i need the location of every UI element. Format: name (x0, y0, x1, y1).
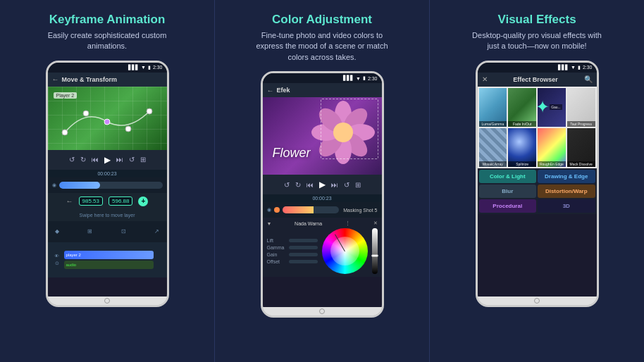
expand-icon[interactable]: ▼ (267, 221, 272, 226)
nav-icon-l[interactable]: ← (66, 197, 73, 205)
effect-thumb-7[interactable]: Mack Dissolve (567, 128, 595, 167)
effect-thumb-0[interactable]: Luma/Gamma (479, 88, 507, 127)
effect-thumb-6[interactable]: RoughEn Edge (538, 128, 566, 167)
loop-btn[interactable]: ↺ (129, 156, 135, 163)
panel-effects: Visual Effects Desktop-quality pro visua… (430, 0, 644, 362)
offset-slider-row: Offset (267, 259, 318, 264)
layer-strip-1[interactable]: player 2 (64, 251, 154, 259)
keyframe-svg (58, 94, 156, 143)
cat-color-light[interactable]: Color & Light (479, 170, 537, 183)
status-time-3: 2:30 (583, 65, 593, 70)
corner-icon[interactable]: ↗ (154, 228, 159, 235)
crop-icon[interactable]: ⊡ (121, 228, 126, 235)
color-wheel[interactable] (322, 228, 368, 274)
lift-label: Lift (267, 238, 287, 243)
home-button-2[interactable] (319, 308, 325, 314)
undo-btn-2[interactable]: ↺ (284, 181, 290, 189)
layer-strip-2[interactable]: audio (64, 261, 154, 269)
svg-point-2 (104, 119, 110, 125)
effect-label-1: Fade In/Out (508, 121, 536, 127)
phone3-home (478, 297, 597, 305)
wifi-icon-2: ▼ (356, 76, 361, 81)
timeline-icon: ◉ (52, 182, 56, 188)
undo-btn[interactable]: ↺ (69, 156, 75, 163)
status-bar-1: ▋▋▋ ▼ ▮ 2:30 (48, 63, 167, 73)
skip-end-btn-2[interactable]: ⏭ (331, 181, 338, 189)
back-icon-1[interactable]: ← (52, 75, 59, 83)
effect-thumb-4[interactable]: Mosaic Array (479, 128, 507, 167)
offset-track[interactable] (289, 260, 318, 263)
flower-text: Flower (273, 146, 311, 161)
transport-controls-2: ↺ ↻ ⏮ ▶ ⏭ ↺ ⊞ (263, 175, 382, 194)
back-icon-2[interactable]: ← (267, 87, 274, 94)
home-button-3[interactable] (534, 298, 540, 304)
skip-start-btn-2[interactable]: ⏮ (306, 181, 314, 189)
cat-blur[interactable]: Blur (479, 185, 537, 198)
effect-label-3: Taut Progress (567, 121, 595, 127)
menu-btn-2[interactable]: ⊞ (355, 181, 361, 189)
redo-btn[interactable]: ↻ (80, 156, 86, 163)
cat-procedural[interactable]: Procedural (479, 199, 537, 213)
phone3-mockup: ▋▋▋ ▼ ▮ 2:30 ✕ Effect Browser 🔍 Luma/Gam… (476, 61, 599, 307)
effect-label-0: Luma/Gamma (479, 121, 507, 127)
topbar-2: ← Efek (263, 83, 382, 97)
color-panel-header: ▼ Nada Warna ⋮ ✕ (267, 220, 378, 226)
cat-drawing-edge[interactable]: Drawing & Edge (538, 170, 595, 183)
panel2-title: Color Adjustment (272, 13, 372, 27)
diamond-icon[interactable]: ◆ (55, 228, 59, 235)
redo-btn-2[interactable]: ↻ (295, 181, 301, 189)
timecode-1: 00:00:23 (48, 170, 167, 177)
eye-icon-2[interactable]: ◉ (267, 207, 271, 213)
phone1-home (48, 297, 167, 305)
home-button-1[interactable] (104, 298, 110, 304)
cat-distortion[interactable]: Distortion/Warp (538, 185, 595, 198)
lock-icon[interactable]: ⊙ (55, 261, 59, 266)
layers-icon[interactable]: ⊞ (87, 228, 92, 235)
loop-btn-2[interactable]: ↺ (344, 181, 349, 189)
gamma-slider-row: Gamma (267, 245, 318, 250)
wifi-icon: ▼ (141, 65, 146, 70)
effects-grid-wrapper: Luma/Gamma Fade In/Out ✦ Gau... Taut Pro… (478, 87, 597, 168)
panel3-subtitle: Desktop-quality pro visual effects with … (466, 30, 607, 52)
gamma-track[interactable] (289, 246, 318, 249)
layer-controls: 👁 ⊙ (52, 254, 62, 266)
svg-point-1 (83, 111, 89, 116)
timeline-bar-1[interactable] (59, 182, 163, 189)
effect-label-7: Mack Dissolve (567, 161, 595, 167)
layer-row-1: player 2 audio (64, 251, 154, 269)
video-preview-2: Flower (263, 97, 382, 175)
play-btn-2[interactable]: ▶ (319, 180, 326, 189)
close-icon[interactable]: ✕ (482, 75, 488, 83)
menu-btn[interactable]: ⊞ (140, 156, 146, 163)
more-icon[interactable]: ⋮ (345, 220, 350, 226)
effect-browser-title: Effect Browser (513, 76, 558, 83)
color-panel: ▼ Nada Warna ⋮ ✕ Lift Gamma (263, 218, 382, 277)
timeline-bar-2[interactable] (283, 206, 340, 213)
panel-color: Color Adjustment Fine-tune photo and vid… (215, 0, 430, 362)
play-btn[interactable]: ▶ (104, 155, 111, 165)
skip-start-btn[interactable]: ⏮ (92, 156, 99, 163)
panel1-subtitle: Easily create sophisticated custom anima… (37, 30, 178, 52)
add-keyframe-btn[interactable]: + (138, 196, 148, 206)
phone2-home (263, 307, 382, 316)
skip-end-btn[interactable]: ⏭ (116, 156, 123, 163)
eye-icon[interactable]: 👁 (54, 254, 59, 258)
search-icon[interactable]: 🔍 (584, 75, 593, 83)
topbar-title-1: Move & Transform (62, 76, 118, 83)
effect-thumb-5[interactable]: Spiltrize (508, 128, 536, 167)
layer-strips: 👁 ⊙ player 2 audio (48, 242, 167, 277)
effect-thumb-2[interactable]: ✦ Gau... (538, 88, 566, 127)
panel1-title: Keyframe Animation (49, 13, 166, 27)
cat-3d[interactable]: 3D (538, 199, 595, 213)
offset-label: Offset (267, 259, 287, 264)
selection-box (321, 99, 378, 159)
coord-x: 985.53 (79, 196, 103, 206)
close-panel-icon[interactable]: ✕ (373, 220, 378, 226)
lift-track[interactable] (289, 239, 318, 242)
effect-thumb-3[interactable]: Taut Progress (567, 88, 595, 127)
gain-track[interactable] (289, 253, 318, 256)
gain-label: Gain (267, 252, 287, 257)
brightness-slider[interactable] (372, 228, 378, 274)
effect-thumb-1[interactable]: Fade In/Out (508, 88, 536, 127)
topbar-3: ✕ Effect Browser 🔍 (478, 73, 597, 87)
